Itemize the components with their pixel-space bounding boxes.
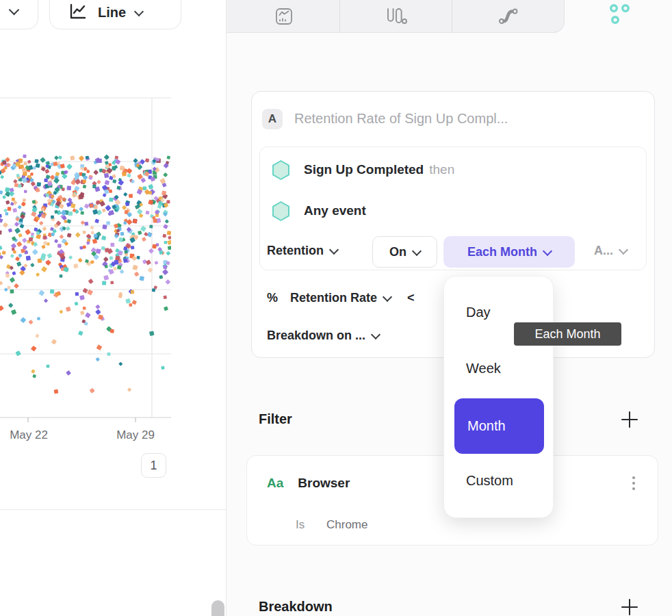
retention-dropdown[interactable]: Retention [267,244,337,258]
filter-menu-button kebab-vertical-icon[interactable] [630,476,638,490]
chevron-down-icon [383,292,392,302]
framed-line-chart-icon [275,8,293,25]
filter-section-title: Filter [259,411,292,427]
bars-icon [385,8,407,25]
filter-card-header: Aa Browser [267,476,350,491]
on-label: On [389,245,406,259]
chevron-down-icon [371,330,380,339]
tab-bar-chart[interactable] [340,0,452,33]
collapsed-dropdown-button[interactable] [0,0,38,29]
tab-line-chart[interactable] [228,0,339,33]
breakdown-section-title: Breakdown [259,599,333,615]
hexagon-event-icon [271,159,291,181]
menu-item-day[interactable]: Day [466,305,491,320]
on-dropdown[interactable]: On [372,236,437,268]
chevron-down-icon [134,6,144,16]
percent-symbol: % [267,291,278,305]
panel-bottom-border [0,509,227,510]
menu-item-custom[interactable]: Custom [466,473,513,489]
pagination-page-button[interactable]: 1 [141,453,166,478]
x-tick-label: May 22 [0,428,60,442]
retention-scatter-chart [0,0,171,520]
chevron-down-icon [543,246,552,255]
event-row[interactable]: Any event [271,201,366,221]
period-label: Each Month [467,245,537,259]
period-tooltip: Each Month [514,322,621,346]
period-dropdown[interactable]: Each Month [443,236,575,268]
property-type-badge: Aa [267,476,283,491]
event-suffix: then [429,162,454,177]
chevron-down-icon [412,246,422,255]
chart-panel: May 22 May 29 1 [0,0,227,616]
measure-trailing: < [407,291,415,305]
event-name[interactable]: Sign Up Completed [304,162,424,177]
add-breakdown-button plus-icon[interactable] [621,599,638,615]
breakdown-on-label: Breakdown on ... [267,329,365,343]
period-menu: Day Week Month Custom [443,276,554,518]
measure-row[interactable]: % Retention Rate < [267,291,415,305]
event-row[interactable]: Sign Up Completed then [271,159,454,180]
filter-value: Chrome [326,518,367,532]
event-name[interactable]: Any event [304,203,366,218]
x-tick-label: May 29 [105,428,166,442]
chevron-down-icon [9,5,20,16]
scrollbar-thumb[interactable] [211,600,224,616]
filter-property-name: Browser [298,476,350,491]
measure-label: Retention Rate [290,291,377,305]
squiggle-icon [498,8,519,25]
add-filter-button plus-icon[interactable] [621,411,638,428]
menu-item-month-selected[interactable]: Month [454,398,544,454]
tab-flow-chart[interactable] [452,0,564,33]
breakdown-on-dropdown[interactable]: Breakdown on ... [267,329,379,343]
app-screen: May 22 May 29 1 Line [0,0,672,616]
hexagon-event-icon [271,201,291,222]
chart-type-label: Line [98,5,126,21]
panel-divider [226,0,227,616]
filter-operator: Is [296,518,305,532]
chevron-down-icon [619,245,628,255]
line-chart-icon [68,2,88,23]
menu-item-week[interactable]: Week [466,361,501,376]
retention-label: Retention [267,244,324,258]
chart-type-button[interactable]: Line [49,0,181,29]
tab-cohort-dots[interactable] [565,0,672,33]
actor-label: A... [594,244,613,258]
chevron-down-icon [329,245,339,255]
actor-dropdown[interactable]: A... [594,244,627,258]
series-badge: A [262,109,283,129]
series-title[interactable]: Retention Rate of Sign Up Compl... [294,111,508,127]
three-rings-icon [607,1,630,25]
